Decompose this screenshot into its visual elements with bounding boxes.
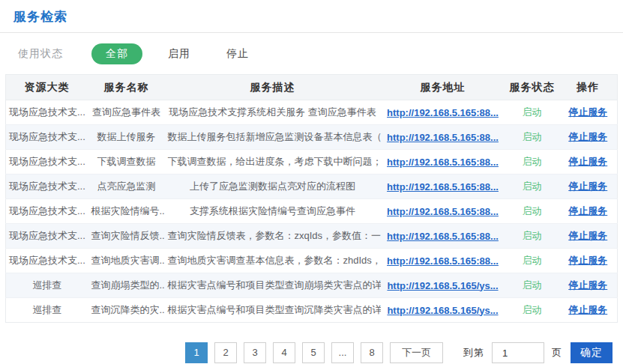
status-badge: 启动 bbox=[523, 255, 542, 266]
goto-page-suffix-label: 页 bbox=[552, 346, 562, 360]
status-filter-label: 使用状态 bbox=[18, 47, 63, 61]
title-bar: 服务检索 bbox=[0, 0, 623, 33]
column-header-status: 服务状态 bbox=[505, 75, 559, 100]
cell-description: 支撑系统根据灾险情编号查询应急事件 bbox=[165, 199, 381, 224]
service-url-link[interactable]: http://192.168.5.165/ys... bbox=[387, 305, 498, 316]
cell-category: 现场应急技术支... bbox=[6, 100, 88, 125]
confirm-button[interactable]: 确定 bbox=[571, 342, 613, 363]
stop-service-link[interactable]: 停止服务 bbox=[568, 131, 607, 142]
table-row: 现场应急技术支... 下载调查数据 下载调查数据，给出进度条，考虑下载中断问题；… bbox=[6, 150, 618, 175]
service-url-link[interactable]: http://192.168.5.165:88... bbox=[387, 107, 499, 118]
page-ellipsis-button[interactable]: ... bbox=[331, 342, 354, 363]
column-header-url: 服务地址 bbox=[381, 75, 505, 100]
cell-description: 上传了应急监测数据点亮对应的流程图 bbox=[165, 175, 381, 199]
service-url-link[interactable]: http://192.168.5.165:88... bbox=[387, 255, 499, 267]
cell-category: 现场应急技术支... bbox=[6, 224, 88, 249]
stop-service-link[interactable]: 停止服务 bbox=[568, 230, 607, 241]
cell-category: 巡排查 bbox=[6, 298, 88, 323]
cell-category: 现场应急技术支... bbox=[6, 249, 88, 273]
page-buttons-container: 12345...8 bbox=[185, 342, 390, 363]
service-url-link[interactable]: http://192.168.5.165:88... bbox=[387, 206, 499, 217]
stop-service-link[interactable]: 停止服务 bbox=[568, 181, 607, 192]
status-badge: 启动 bbox=[523, 156, 542, 167]
cell-name: 查询沉降类的灾... bbox=[88, 298, 165, 323]
table-row: 巡排查 查询崩塌类型的... 根据灾害点编号和项目类型查询崩塌类灾害点的详细..… bbox=[6, 273, 618, 298]
filter-option-enabled[interactable]: 启用 bbox=[168, 47, 190, 61]
service-table: 资源大类 服务名称 服务描述 服务地址 服务状态 操作 现场应急技术支... 查… bbox=[5, 74, 618, 323]
page-number-button[interactable]: 8 bbox=[361, 342, 383, 363]
page-number-button[interactable]: 3 bbox=[244, 342, 266, 363]
page-number-button[interactable]: 4 bbox=[273, 342, 295, 363]
pagination: 12345...8 下一页 到第 页 确定 bbox=[185, 342, 623, 363]
next-page-button[interactable]: 下一页 bbox=[390, 342, 443, 363]
cell-description: 查询灾险情反馈表，参数名：zxqIds，参数值：一连... bbox=[165, 224, 381, 249]
service-url-link[interactable]: http://192.168.5.165/ys... bbox=[387, 280, 498, 291]
stop-service-link[interactable]: 停止服务 bbox=[568, 304, 607, 315]
cell-name: 数据上传服务 bbox=[88, 125, 165, 150]
page-number-button[interactable]: 1 bbox=[185, 342, 208, 363]
goto-page-prefix-label: 到第 bbox=[463, 346, 484, 360]
cell-name: 查询地质灾害调... bbox=[88, 249, 165, 273]
table-row: 巡排查 查询沉降类的灾... 根据灾害点编号和项目类型查询沉降类灾害点的详细..… bbox=[6, 298, 618, 323]
status-badge: 启动 bbox=[523, 131, 542, 142]
table-row: 现场应急技术支... 查询应急事件表 现场应急技术支撑系统相关服务 查询应急事件… bbox=[6, 100, 618, 125]
service-url-link[interactable]: http://192.168.5.165:88... bbox=[387, 231, 499, 242]
service-url-link[interactable]: http://192.168.5.165:88... bbox=[387, 157, 499, 168]
status-badge: 启动 bbox=[523, 106, 542, 118]
cell-category: 现场应急技术支... bbox=[6, 199, 88, 224]
cell-name: 点亮应急监测 bbox=[88, 175, 165, 199]
filter-option-stopped[interactable]: 停止 bbox=[226, 47, 249, 61]
cell-category: 现场应急技术支... bbox=[6, 150, 88, 175]
page-number-button[interactable]: 5 bbox=[302, 342, 325, 363]
table-row: 现场应急技术支... 数据上传服务 数据上传服务包括新增应急监测设备基本信息表（… bbox=[6, 125, 618, 150]
stop-service-link[interactable]: 停止服务 bbox=[568, 279, 607, 291]
service-url-link[interactable]: http://192.168.5.165:88... bbox=[387, 181, 499, 192]
cell-description: 根据灾害点编号和项目类型查询沉降类灾害点的详细... bbox=[165, 298, 381, 323]
column-header-description: 服务描述 bbox=[165, 75, 381, 100]
cell-description: 查询地质灾害调查基本信息表，参数名：zhdIds，参... bbox=[165, 249, 381, 273]
status-badge: 启动 bbox=[523, 181, 542, 192]
stop-service-link[interactable]: 停止服务 bbox=[568, 205, 607, 216]
table-row: 现场应急技术支... 查询灾险情反馈... 查询灾险情反馈表，参数名：zxqId… bbox=[6, 224, 618, 249]
table-row: 现场应急技术支... 查询地质灾害调... 查询地质灾害调查基本信息表，参数名：… bbox=[6, 249, 618, 273]
cell-description: 现场应急技术支撑系统相关服务 查询应急事件表 bbox=[165, 100, 381, 125]
status-badge: 启动 bbox=[523, 304, 542, 315]
stop-service-link[interactable]: 停止服务 bbox=[568, 255, 607, 266]
filter-option-all[interactable]: 全部 bbox=[91, 43, 142, 64]
cell-category: 巡排查 bbox=[6, 273, 88, 298]
service-url-link[interactable]: http://192.168.5.165:88... bbox=[387, 132, 499, 143]
cell-category: 现场应急技术支... bbox=[6, 175, 88, 199]
column-header-operation: 操作 bbox=[559, 75, 618, 100]
table-header-row: 资源大类 服务名称 服务描述 服务地址 服务状态 操作 bbox=[6, 75, 618, 100]
cell-category: 现场应急技术支... bbox=[6, 125, 88, 150]
cell-name: 根据灾险情编号... bbox=[88, 199, 165, 224]
stop-service-link[interactable]: 停止服务 bbox=[568, 156, 607, 167]
cell-name: 下载调查数据 bbox=[88, 150, 165, 175]
status-badge: 启动 bbox=[523, 205, 542, 216]
cell-description: 数据上传服务包括新增应急监测设备基本信息表（YJB... bbox=[165, 125, 381, 150]
status-filter-row: 使用状态 全部 启用 停止 bbox=[0, 33, 623, 74]
cell-name: 查询崩塌类型的... bbox=[88, 273, 165, 298]
goto-page-input[interactable] bbox=[492, 342, 544, 363]
page-title: 服务检索 bbox=[13, 10, 67, 24]
page-number-button[interactable]: 2 bbox=[214, 342, 237, 363]
cell-name: 查询灾险情反馈... bbox=[88, 224, 165, 249]
table-row: 现场应急技术支... 点亮应急监测 上传了应急监测数据点亮对应的流程图 http… bbox=[6, 175, 618, 199]
column-header-name: 服务名称 bbox=[88, 75, 165, 100]
status-badge: 启动 bbox=[523, 230, 542, 241]
status-badge: 启动 bbox=[523, 279, 542, 291]
service-search-page: 服务检索 使用状态 全部 启用 停止 资源大类 服务名称 服务描述 服务地址 服… bbox=[0, 0, 623, 364]
service-table-body: 现场应急技术支... 查询应急事件表 现场应急技术支撑系统相关服务 查询应急事件… bbox=[6, 100, 618, 323]
column-header-category: 资源大类 bbox=[6, 75, 88, 100]
cell-name: 查询应急事件表 bbox=[88, 100, 165, 125]
cell-description: 下载调查数据，给出进度条，考虑下载中断问题；删... bbox=[165, 150, 381, 175]
cell-description: 根据灾害点编号和项目类型查询崩塌类灾害点的详细... bbox=[165, 273, 381, 298]
stop-service-link[interactable]: 停止服务 bbox=[568, 106, 607, 118]
table-row: 现场应急技术支... 根据灾险情编号... 支撑系统根据灾险情编号查询应急事件 … bbox=[6, 199, 618, 224]
